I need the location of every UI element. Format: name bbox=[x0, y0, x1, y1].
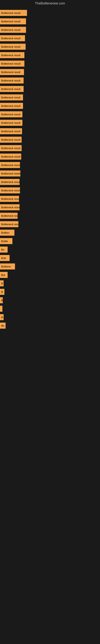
bar-12: Bottleneck result bbox=[0, 111, 22, 117]
bar-label-24: Bottleneck result bbox=[1, 214, 18, 217]
bar-15: Bottleneck result bbox=[0, 137, 22, 143]
bar-label-31: Bot bbox=[1, 274, 5, 276]
bar-label-19: Bottleneck result bbox=[1, 172, 20, 175]
bar-row: Bottleneck result bbox=[0, 51, 100, 59]
bar-28: Bo bbox=[0, 246, 8, 252]
bar-row: Bottleneck result bbox=[0, 43, 100, 51]
bar-row: Bottleneck result bbox=[0, 127, 100, 135]
bar-33: B bbox=[0, 289, 4, 295]
bar-1: Bottleneck result bbox=[0, 18, 26, 24]
bar-label-36: B bbox=[1, 316, 3, 319]
bar-row: Bottleneck result bbox=[0, 152, 100, 160]
bar-row: Bottleneck result bbox=[0, 68, 100, 76]
bar-row: Bottleneck result bbox=[0, 85, 100, 93]
bar-row: Bottleneck result bbox=[0, 186, 100, 194]
bar-7: Bottleneck result bbox=[0, 69, 24, 75]
bar-25: Bottleneck result bbox=[0, 221, 18, 227]
bar-label-21: Bottleneck result bbox=[1, 189, 20, 192]
bar-row: Bottleneck result bbox=[0, 26, 100, 34]
bar-row: Bottleneck result bbox=[0, 9, 100, 17]
bar-label-30: Bottlene bbox=[1, 265, 11, 268]
bar-2: Bottleneck result bbox=[0, 27, 26, 33]
bar-row: Bottleneck result bbox=[0, 17, 100, 25]
bar-row: Bottleneck result bbox=[0, 76, 100, 84]
bar-34: B bbox=[0, 297, 3, 303]
bar-11: Bottleneck result bbox=[0, 103, 23, 109]
bar-row: B bbox=[0, 279, 100, 288]
bar-21: Bottleneck result bbox=[0, 187, 20, 194]
bar-row: Bottleneck result bbox=[0, 102, 100, 110]
bar-row: Bottle bbox=[0, 237, 100, 245]
bar-row: Bottleneck result bbox=[0, 110, 100, 118]
bar-label-32: B bbox=[1, 282, 3, 285]
bar-label-18: Bottleneck result bbox=[1, 164, 20, 167]
bar-14: Bottleneck result bbox=[0, 128, 22, 134]
bar-9: Bottleneck result bbox=[0, 86, 24, 92]
bar-label-10: Bottleneck result bbox=[1, 96, 20, 99]
bar-row: Bottleneck result bbox=[0, 170, 100, 178]
bars-container: Bottleneck resultBottleneck resultBottle… bbox=[0, 7, 100, 332]
bar-label-9: Bottleneck result bbox=[1, 88, 20, 90]
bar-29: Bott bbox=[0, 255, 10, 261]
bar-row: Bott bbox=[0, 254, 100, 262]
bar-row: Bottlen bbox=[0, 228, 100, 237]
bar-35 bbox=[0, 306, 2, 312]
bar-label-20: Bottleneck result bbox=[1, 180, 20, 184]
bar-label-29: Bott bbox=[1, 256, 6, 260]
bar-label-4: Bottleneck result bbox=[1, 45, 20, 48]
bar-5: Bottleneck result bbox=[0, 52, 24, 58]
bar-label-25: Bottleneck result bbox=[1, 223, 18, 226]
bar-label-13: Bottleneck result bbox=[1, 121, 20, 124]
bar-31: Bot bbox=[0, 272, 8, 278]
bar-10: Bottleneck result bbox=[0, 94, 23, 100]
bar-label-27: Bottle bbox=[1, 240, 8, 243]
bar-label-23: Bottleneck result bbox=[1, 206, 20, 209]
bar-label-28: Bo bbox=[1, 248, 4, 251]
bar-label-37: Bo bbox=[1, 324, 4, 327]
bar-26: Bottlen bbox=[0, 230, 14, 236]
bar-label-33: B bbox=[1, 290, 3, 294]
bar-row: Bo bbox=[0, 322, 100, 330]
bar-row: Bottleneck result bbox=[0, 212, 100, 220]
bar-8: Bottleneck result bbox=[0, 78, 24, 84]
bar-13: Bottleneck result bbox=[0, 120, 22, 126]
bar-37: Bo bbox=[0, 322, 6, 329]
bar-19: Bottleneck result bbox=[0, 170, 20, 176]
bar-row: Bottleneck result bbox=[0, 60, 100, 68]
bar-row: Bottleneck result bbox=[0, 136, 100, 144]
bar-0: Bottleneck result bbox=[0, 10, 27, 16]
bar-4: Bottleneck result bbox=[0, 44, 26, 50]
bar-label-11: Bottleneck result bbox=[1, 104, 20, 108]
bar-17: Bottleneck result bbox=[0, 154, 21, 160]
bar-20: Bottleneck result bbox=[0, 179, 20, 185]
bar-30: Bottlene bbox=[0, 264, 15, 270]
bar-6: Bottleneck result bbox=[0, 60, 24, 66]
bar-23: Bottleneck result bbox=[0, 204, 20, 210]
bar-label-34: B bbox=[1, 299, 3, 302]
bar-32: B bbox=[0, 280, 3, 286]
bar-label-1: Bottleneck result bbox=[1, 20, 20, 23]
bar-row: B bbox=[0, 288, 100, 296]
bar-label-14: Bottleneck result bbox=[1, 130, 20, 133]
bar-36: B bbox=[0, 314, 3, 320]
bar-row: Bottleneck result bbox=[0, 94, 100, 102]
bar-24: Bottleneck result bbox=[0, 213, 18, 219]
bar-row: Bottleneck result bbox=[0, 203, 100, 211]
bar-label-15: Bottleneck result bbox=[1, 138, 20, 141]
bar-label-6: Bottleneck result bbox=[1, 62, 20, 65]
bar-label-2: Bottleneck result bbox=[1, 28, 20, 32]
bar-16: Bottleneck result bbox=[0, 145, 22, 151]
bar-label-22: Bottleneck result bbox=[1, 198, 19, 200]
bar-row: Bottleneck result bbox=[0, 195, 100, 203]
bar-22: Bottleneck result bbox=[0, 196, 19, 202]
bar-label-8: Bottleneck result bbox=[1, 79, 20, 82]
bar-row: Bottleneck result bbox=[0, 119, 100, 127]
bar-18: Bottleneck result bbox=[0, 162, 20, 168]
bar-row: Bo bbox=[0, 246, 100, 254]
bar-row: B bbox=[0, 296, 100, 304]
bar-27: Bottle bbox=[0, 238, 12, 244]
bar-row: Bottlene bbox=[0, 262, 100, 270]
bar-row bbox=[0, 305, 100, 313]
bar-label-16: Bottleneck result bbox=[1, 147, 20, 150]
bar-label-5: Bottleneck result bbox=[1, 54, 20, 57]
